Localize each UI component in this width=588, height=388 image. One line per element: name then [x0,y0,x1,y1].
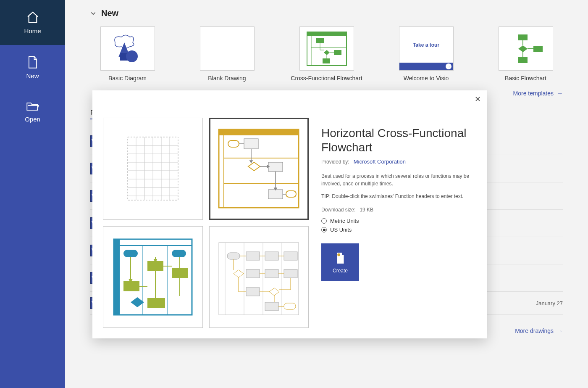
svg-marker-70 [269,288,279,296]
svg-rect-67 [284,269,297,278]
svg-marker-8 [324,50,330,55]
sidebar-item-open[interactable]: Open [0,90,65,133]
svg-rect-52 [147,298,165,308]
template-cross-functional[interactable]: Cross-Functional Flowchart [289,26,364,82]
svg-marker-35 [248,162,260,171]
create-doc-icon [334,251,346,265]
svg-rect-4 [307,32,346,36]
svg-marker-68 [234,270,244,277]
svg-rect-13 [533,46,543,52]
modal-tip: TIP: Double-click the swimlanes' Functio… [321,193,472,199]
modal-title: Horizontal Cross-Functional Flowchart [321,126,472,154]
svg-rect-43 [114,239,120,315]
template-label: Welcome to Visio [404,75,449,82]
svg-rect-14 [518,57,528,63]
sidebar-item-home[interactable]: Home [0,0,65,45]
preview-variant-2[interactable] [209,118,309,220]
tour-text: Take a tour [413,42,439,48]
svg-marker-53 [131,297,144,307]
create-button[interactable]: Create [321,243,359,281]
svg-rect-63 [265,252,278,260]
svg-rect-36 [268,162,283,172]
radio-icon [321,218,327,224]
more-templates-label: More templates [513,90,554,97]
svg-rect-69 [246,288,260,296]
sidebar-open-label: Open [25,116,40,123]
template-welcome-visio[interactable]: Take a tour → Welcome to Visio [389,26,463,82]
svg-rect-71 [265,302,278,311]
radio-us-label: US Units [330,227,352,233]
sidebar: Home New Open [0,0,65,388]
template-thumb [200,26,255,71]
template-thumb [499,26,553,71]
new-section-title: New [101,8,118,18]
svg-rect-51 [123,281,139,291]
radio-metric-units[interactable]: Metric Units [321,218,472,224]
new-file-icon [27,55,39,69]
svg-rect-65 [246,269,260,278]
sidebar-item-new[interactable]: New [0,45,65,90]
provided-by-label: Provided by: [321,159,349,165]
svg-rect-61 [227,253,240,259]
download-size: Download size: 19 KB [321,207,472,213]
provided-by-link[interactable]: Microsoft Corporation [354,158,406,165]
radio-icon [321,227,327,232]
template-thumb: Take a tour → [399,26,454,71]
template-label: Basic Flowchart [505,75,546,82]
close-button[interactable]: ✕ [475,95,481,104]
svg-rect-10 [323,58,330,63]
home-icon [26,11,39,24]
svg-rect-72 [284,303,296,309]
svg-rect-11 [518,34,528,40]
modal-description: Best used for a process in which several… [321,172,472,187]
svg-rect-38 [286,191,296,197]
template-detail-modal: ✕ [92,90,487,338]
svg-rect-62 [246,252,260,260]
svg-rect-66 [265,269,278,278]
preview-variant-3[interactable] [103,226,203,328]
chevron-down-icon [90,11,96,16]
create-button-label: Create [333,268,348,274]
open-folder-icon [26,100,39,112]
preview-variant-4[interactable] [209,226,309,328]
svg-rect-29 [219,129,299,135]
template-basic-diagram[interactable]: Basic Diagram [90,26,165,82]
svg-point-73 [337,253,340,256]
radio-metric-label: Metric Units [330,218,359,224]
sidebar-new-label: New [26,72,39,79]
sidebar-home-label: Home [24,27,41,34]
more-drawings-label: More drawings [515,327,554,334]
template-blank-drawing[interactable]: Blank Drawing [190,26,264,82]
templates-row: Basic Diagram Blank Drawing [90,26,563,82]
svg-marker-40 [250,161,252,163]
template-thumb [299,26,354,71]
svg-rect-33 [228,140,239,147]
svg-marker-12 [518,45,528,52]
recent-file-date: January 27 [536,300,563,306]
close-icon: ✕ [475,95,481,103]
units-group: Metric Units US Units [321,218,472,233]
svg-rect-50 [172,268,188,278]
radio-us-units[interactable]: US Units [321,227,472,233]
preview-grid [103,101,309,328]
arrow-right-icon: → [557,90,563,97]
download-size-label: Download size: [321,207,355,213]
template-thumb [100,26,155,71]
template-label: Basic Diagram [108,75,147,82]
preview-variant-1[interactable] [103,118,203,220]
provided-by: Provided by: Microsoft Corporation [321,158,472,165]
arrow-circle-icon: → [446,63,452,69]
svg-rect-48 [172,250,186,257]
svg-rect-7 [316,38,324,43]
download-size-value: 19 KB [360,207,373,213]
svg-rect-9 [334,50,341,55]
template-basic-flowchart[interactable]: Basic Flowchart [488,26,563,82]
svg-rect-47 [123,250,138,257]
svg-rect-37 [268,190,283,199]
svg-point-2 [126,50,138,62]
svg-rect-34 [244,139,258,149]
modal-info-panel: Horizontal Cross-Functional Flowchart Pr… [309,101,477,328]
new-section-header[interactable]: New [90,8,563,18]
svg-rect-64 [284,252,297,260]
template-label: Cross-Functional Flowchart [291,75,362,82]
